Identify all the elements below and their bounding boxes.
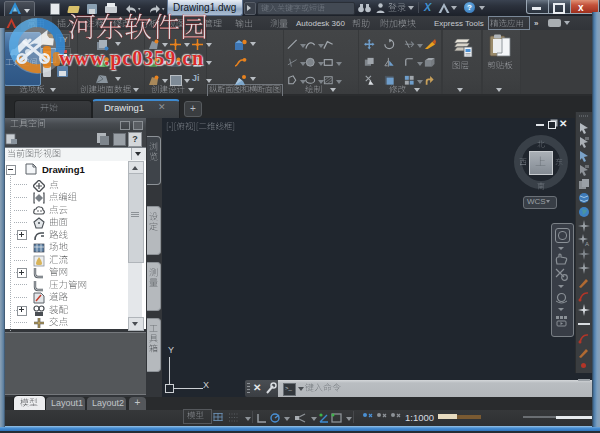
svg-text:A: A <box>585 241 589 246</box>
